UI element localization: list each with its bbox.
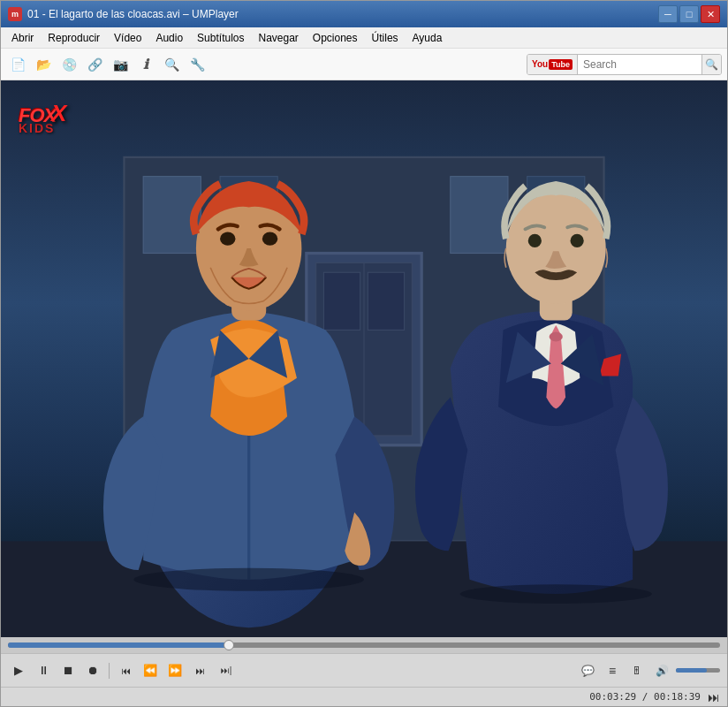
- seekbar-area[interactable]: [1, 637, 727, 653]
- svg-point-17: [550, 332, 563, 342]
- svg-rect-10: [368, 272, 404, 330]
- statusbar: 00:03:29 / 00:18:39 ⏭: [1, 687, 727, 706]
- seekbar-thumb[interactable]: [224, 640, 234, 650]
- window-title: 01 - El lagarto de las cloacas.avi – UMP…: [27, 8, 239, 20]
- next-button[interactable]: ⏭: [189, 660, 210, 681]
- volume-slider[interactable]: [676, 668, 720, 673]
- svg-point-23: [460, 584, 652, 604]
- menu-utiles[interactable]: Útiles: [365, 30, 406, 46]
- menu-ayuda[interactable]: Ayuda: [406, 30, 450, 46]
- right-controls: 💬 ≡ 🎚 🔊: [577, 660, 720, 681]
- maximize-button[interactable]: □: [679, 5, 699, 23]
- youtube-logo: You Tube: [527, 55, 578, 74]
- titlebar-left: m 01 - El lagarto de las cloacas.avi – U…: [8, 7, 239, 21]
- svg-point-22: [133, 568, 364, 591]
- open-file-button[interactable]: 📄: [6, 53, 29, 76]
- main-window: m 01 - El lagarto de las cloacas.avi – U…: [0, 0, 728, 707]
- menubar: Abrir Reproducir Vídeo Audio Subtítulos …: [1, 27, 727, 49]
- svg-rect-9: [323, 272, 360, 330]
- svg-rect-4: [451, 177, 508, 254]
- menu-video[interactable]: Vídeo: [107, 30, 148, 46]
- youtube-you-text: You: [532, 59, 548, 69]
- equalizer-button[interactable]: 🎚: [626, 660, 648, 681]
- info-button[interactable]: ℹ: [134, 53, 157, 76]
- menu-reproducir[interactable]: Reproducir: [41, 30, 107, 46]
- svg-point-21: [571, 234, 584, 247]
- frame-button[interactable]: ⏭|: [214, 660, 239, 681]
- youtube-search-container: You Tube 🔍: [527, 54, 722, 75]
- prev-button[interactable]: ⏮: [115, 660, 136, 681]
- titlebar: m 01 - El lagarto de las cloacas.avi – U…: [1, 1, 727, 27]
- play-button[interactable]: ▶: [8, 660, 29, 681]
- open-folder-button[interactable]: 📂: [32, 53, 55, 76]
- rewind-button[interactable]: ⏪: [140, 660, 161, 681]
- timecode: 00:03:29 / 00:18:39: [589, 691, 701, 703]
- toolbar: 📄 📂 💿 🔗 📷 ℹ 🔍 🔧 You Tube 🔍: [1, 49, 727, 80]
- subtitle-button[interactable]: 💬: [577, 660, 598, 681]
- seekbar-fill: [8, 642, 229, 648]
- search-input[interactable]: [578, 58, 701, 71]
- close-button[interactable]: ✕: [701, 5, 720, 23]
- menu-opciones[interactable]: Opciones: [306, 30, 365, 46]
- fox-kids-logo: FOX X KIDS: [19, 107, 56, 135]
- record-button[interactable]: ⏺: [82, 660, 103, 681]
- menu-subtitulos[interactable]: Subtítulos: [190, 30, 251, 46]
- mute-button[interactable]: 🔊: [651, 660, 672, 681]
- menu-abrir[interactable]: Abrir: [4, 30, 41, 46]
- minimize-button[interactable]: ─: [658, 5, 678, 23]
- settings-button[interactable]: 🔧: [186, 53, 209, 76]
- menu-audio[interactable]: Audio: [148, 30, 190, 46]
- forward-button[interactable]: ⏩: [164, 660, 186, 681]
- seekbar-track[interactable]: [8, 642, 720, 648]
- pause-button[interactable]: ⏸: [33, 660, 54, 681]
- capture-button[interactable]: 📷: [109, 53, 132, 76]
- youtube-tube-text: Tube: [549, 59, 573, 70]
- status-icon: ⏭: [708, 690, 720, 704]
- svg-point-20: [528, 234, 542, 247]
- svg-point-16: [262, 232, 277, 246]
- volume-fill: [676, 668, 707, 673]
- menu-navegar[interactable]: Navegar: [251, 30, 305, 46]
- stop-button[interactable]: ⏹: [57, 660, 79, 681]
- app-icon: m: [8, 7, 22, 21]
- controls-bar: ▶ ⏸ ⏹ ⏺ ⏮ ⏪ ⏩ ⏭ ⏭| 💬 ≡ 🎚 🔊: [1, 653, 727, 687]
- url-button[interactable]: 🔗: [83, 53, 106, 76]
- fox-text: FOX: [19, 107, 56, 125]
- playlist-button[interactable]: ≡: [602, 660, 623, 681]
- video-content: [1, 80, 727, 637]
- search-button[interactable]: 🔍: [701, 55, 721, 74]
- zoom-button[interactable]: 🔍: [160, 53, 183, 76]
- video-area[interactable]: FOX X KIDS: [1, 80, 727, 637]
- window-controls: ─ □ ✕: [658, 5, 720, 23]
- svg-point-15: [220, 232, 235, 246]
- fox-x-overlay: X: [51, 100, 66, 127]
- dvd-button[interactable]: 💿: [57, 53, 80, 76]
- controls-sep-1: [109, 663, 110, 679]
